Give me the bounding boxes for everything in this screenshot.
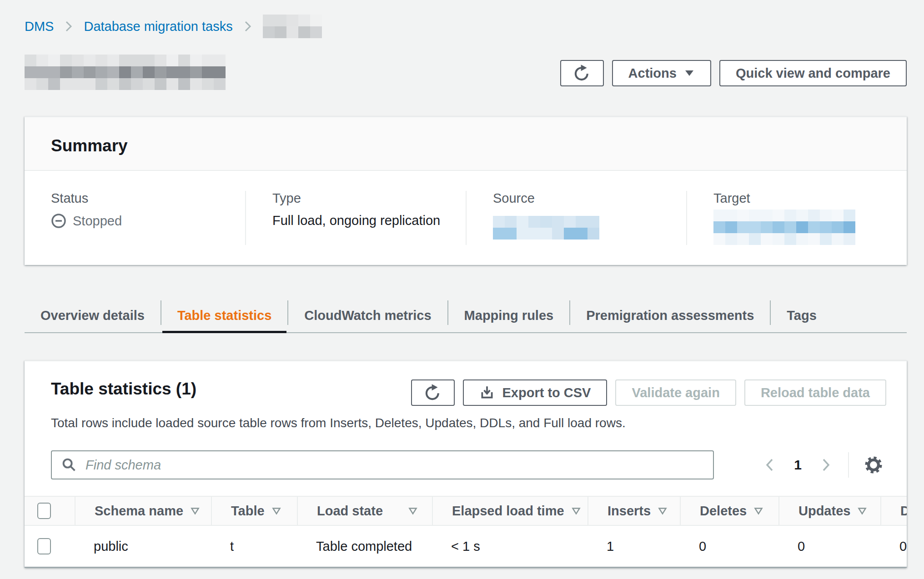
validate-again-button[interactable]: Validate again	[615, 379, 736, 406]
actions-button-label: Actions	[628, 66, 677, 81]
column-header-schema-name: Schema name	[75, 497, 211, 525]
table-header-row: Schema nameTableLoad stateElapsed load t…	[25, 496, 907, 526]
column-header-label: Elapsed load time	[452, 504, 564, 519]
refresh-icon	[424, 384, 442, 402]
sort-icon[interactable]	[658, 507, 667, 515]
column-header-inserts: Inserts	[588, 497, 680, 525]
redacted-source-link[interactable]	[493, 216, 599, 240]
table-statistics-actions: Export to CSV Validate again Reload tabl…	[411, 379, 886, 406]
page-header: Actions Quick view and compare	[25, 55, 907, 90]
table-cell: t	[211, 539, 297, 554]
column-header-load-state: Load state	[297, 497, 432, 525]
column-header-ddls: DDLs	[880, 497, 907, 525]
source-label: Source	[493, 191, 686, 206]
summary-panel: Summary Status Stopped Type Full load,	[25, 116, 907, 265]
actions-button[interactable]: Actions	[612, 60, 711, 86]
table-statistics-panel: Table statistics (1)	[25, 360, 907, 568]
gear-icon	[864, 455, 884, 475]
type-value: Full load, ongoing replication	[272, 213, 466, 228]
column-header-table: Table	[211, 497, 297, 525]
sort-icon[interactable]	[858, 507, 867, 515]
type-label: Type	[272, 191, 466, 206]
reload-table-data-label: Reload table data	[761, 385, 870, 400]
export-to-csv-button[interactable]: Export to CSV	[463, 379, 607, 406]
breadcrumb-redacted-task-name[interactable]	[263, 15, 322, 38]
column-header-label: Inserts	[608, 504, 651, 519]
detail-tabs: Overview details Table statistics CloudW…	[25, 299, 907, 333]
header-toolbar: Actions Quick view and compare	[560, 60, 907, 86]
column-header-label: Updates	[798, 504, 850, 519]
tab-premigration-assessments[interactable]: Premigration assessments	[570, 299, 770, 332]
breadcrumb-separator-icon	[243, 20, 253, 33]
row-checkbox[interactable]	[37, 538, 51, 554]
table-statistics-title: Table statistics (1)	[51, 379, 196, 399]
table-statistics-description: Total rows include loaded source table r…	[51, 416, 886, 430]
column-header-label: Schema name	[95, 504, 183, 519]
row-checkbox-cell	[25, 526, 75, 567]
table-filter-row: 1	[25, 450, 907, 479]
table-body: publictTable completed< 1 s1000	[25, 526, 907, 567]
table-cell: Table completed	[297, 539, 432, 554]
tab-table-statistics[interactable]: Table statistics	[161, 299, 287, 332]
table-cell: < 1 s	[432, 539, 588, 554]
schema-search-box	[51, 450, 714, 479]
header-checkbox-cell	[25, 497, 75, 525]
tab-mapping-rules[interactable]: Mapping rules	[448, 299, 570, 332]
breadcrumb-link-dms[interactable]: DMS	[25, 19, 54, 34]
breadcrumb-separator-icon	[64, 20, 74, 33]
quick-view-compare-button[interactable]: Quick view and compare	[719, 60, 907, 86]
next-page-button[interactable]	[815, 453, 836, 477]
summary-title: Summary	[51, 136, 880, 155]
summary-field-status: Status Stopped	[25, 191, 245, 245]
sort-icon[interactable]	[272, 507, 281, 515]
search-icon	[61, 457, 77, 473]
column-header-label: Deletes	[700, 504, 747, 519]
table-cell: 1	[588, 539, 680, 554]
summary-field-target: Target	[686, 191, 907, 245]
sort-icon[interactable]	[408, 507, 417, 515]
column-header-elapsed-load-time: Elapsed load time	[432, 497, 588, 525]
summary-panel-header: Summary	[25, 117, 907, 171]
download-icon	[479, 385, 495, 400]
sort-icon[interactable]	[572, 507, 581, 515]
table-row: publictTable completed< 1 s1000	[25, 526, 907, 567]
current-page-number: 1	[784, 457, 812, 473]
tab-cloudwatch-metrics[interactable]: CloudWatch metrics	[288, 299, 447, 332]
stopped-icon	[51, 213, 66, 229]
statistics-table: Schema nameTableLoad stateElapsed load t…	[25, 496, 907, 567]
caret-down-icon	[684, 69, 695, 77]
validate-again-label: Validate again	[632, 385, 719, 400]
breadcrumb: DMS Database migration tasks	[25, 16, 907, 36]
sort-icon[interactable]	[191, 507, 200, 515]
previous-page-button[interactable]	[759, 453, 780, 477]
reload-table-data-button[interactable]: Reload table data	[744, 379, 886, 406]
find-schema-input[interactable]	[85, 457, 704, 473]
column-header-label: Table	[231, 504, 265, 519]
table-cell: 0	[680, 539, 778, 554]
page-content: DMS Database migration tasks Actions	[0, 0, 924, 568]
select-all-checkbox[interactable]	[37, 503, 51, 519]
sort-icon[interactable]	[754, 507, 763, 515]
column-header-deletes: Deletes	[680, 497, 778, 525]
table-settings-button[interactable]	[861, 452, 886, 478]
column-header-label: DDLs	[900, 504, 907, 519]
table-cell: public	[75, 539, 211, 554]
tab-tags[interactable]: Tags	[771, 299, 833, 332]
summary-panel-body: Status Stopped Type Full load, ongoing r…	[25, 171, 907, 265]
table-cell: 0	[778, 539, 880, 554]
chevron-left-icon	[763, 457, 777, 473]
breadcrumb-link-tasks[interactable]: Database migration tasks	[84, 19, 232, 34]
column-header-updates: Updates	[778, 497, 880, 525]
redacted-target-link[interactable]	[713, 210, 855, 245]
export-to-csv-label: Export to CSV	[502, 385, 591, 400]
table-cell: 0	[880, 539, 907, 554]
tab-overview-details[interactable]: Overview details	[25, 299, 161, 332]
summary-field-type: Type Full load, ongoing replication	[245, 191, 466, 245]
refresh-icon	[573, 64, 591, 82]
table-statistics-header: Table statistics (1)	[25, 361, 907, 430]
summary-field-source: Source	[466, 191, 686, 245]
refresh-button[interactable]	[560, 60, 604, 86]
table-refresh-button[interactable]	[411, 379, 455, 406]
pagination: 1	[759, 452, 886, 478]
status-text: Stopped	[73, 214, 122, 229]
